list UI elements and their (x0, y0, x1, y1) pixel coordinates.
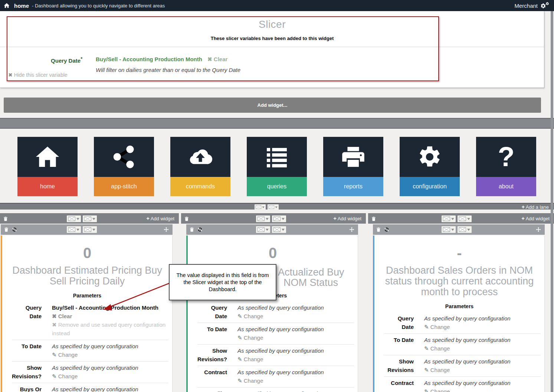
widget-header (1, 224, 173, 235)
param-label: To Date (197, 325, 227, 342)
pencil-icon: ✎ (424, 324, 429, 330)
param-value: As specified by query configuration (424, 379, 541, 387)
x-icon: ✖ (52, 313, 57, 319)
tile-label: queries (247, 177, 307, 196)
lane-select[interactable] (256, 215, 270, 222)
refresh-icon[interactable] (384, 227, 389, 232)
tile-commands[interactable]: commands (170, 137, 230, 196)
tile-label: app-stitch (94, 177, 154, 196)
question-icon: ? (498, 143, 514, 171)
pencil-icon: ✎ (52, 352, 57, 358)
plus-icon: + (522, 204, 525, 210)
param-change-link[interactable]: ✎ Change (424, 366, 541, 374)
add-widget-button[interactable]: Add widget... (4, 98, 541, 113)
param-change-link[interactable]: ✎ Change (237, 333, 354, 342)
tile-reports[interactable]: reports (323, 137, 383, 196)
param-value: As specified by query configuration (237, 389, 354, 392)
widget-select[interactable] (272, 226, 286, 233)
widget-select[interactable] (67, 226, 81, 233)
lane-select[interactable] (442, 215, 456, 222)
pencil-icon: ✎ (424, 367, 429, 373)
lane-select[interactable] (272, 215, 286, 222)
tile-configuration[interactable]: configuration (400, 137, 460, 196)
lane-select[interactable] (458, 215, 472, 222)
lane-select[interactable] (255, 204, 266, 210)
lane-select[interactable] (83, 215, 97, 222)
add-widget-link[interactable]: +Add widget (146, 215, 174, 221)
pencil-icon: ✎ (237, 378, 242, 384)
param-row: Contract As specified by query configura… (197, 366, 354, 387)
trash-icon[interactable] (376, 227, 381, 232)
param-change-link[interactable]: ✎ Change (237, 355, 354, 363)
param-value: As specified by query configuration (237, 303, 354, 312)
add-lane-link[interactable]: +Add a lane (522, 204, 549, 210)
param-label: Query Date (197, 303, 227, 320)
tile-app-stitch[interactable]: app-stitch (94, 137, 154, 196)
collapsed-lane-band[interactable] (0, 118, 554, 129)
page-title: home (14, 3, 29, 9)
home-icon[interactable] (4, 3, 10, 9)
widget-select[interactable] (442, 226, 456, 233)
widget-select[interactable] (458, 226, 472, 233)
x-icon: ✖ (52, 322, 57, 328)
slicer-clear-link[interactable]: ✖ Clear (207, 56, 227, 62)
param-value: As specified by query configuration (424, 314, 541, 323)
refresh-icon[interactable] (197, 227, 203, 232)
param-value: As specified by query configuration (424, 357, 541, 366)
plus-icon: + (333, 215, 336, 221)
trash-icon[interactable] (371, 216, 376, 221)
lane-select[interactable] (67, 215, 81, 222)
widget-value: - (374, 244, 544, 261)
param-remove-link[interactable]: ✖ Remove and use saved query configurati… (52, 320, 168, 337)
widget-title-fragment: NOM Status (283, 277, 338, 288)
pencil-icon: ✎ (424, 388, 429, 392)
param-label: Contract (197, 368, 227, 385)
move-icon[interactable] (349, 227, 354, 232)
tile-label: configuration (400, 177, 460, 196)
param-row: Buys Or Sells As specified by query conf… (12, 383, 168, 392)
param-change-link[interactable]: ✎ Change (237, 312, 354, 320)
tile-queries[interactable]: queries (247, 137, 307, 196)
move-icon[interactable] (536, 227, 541, 232)
param-value: As specified by query configuration (237, 325, 354, 333)
merchant-menu[interactable]: Merchant (514, 3, 538, 9)
top-bar: home - Dashboard allowing you to quickly… (0, 0, 554, 11)
param-value: As specified by query configuration (52, 385, 168, 392)
plus-icon: + (521, 215, 524, 221)
widget-title-fragment: Actualized Buy (278, 267, 344, 278)
param-change-link[interactable]: ✎ Change (424, 387, 541, 392)
trash-icon[interactable] (3, 216, 8, 221)
add-widget-link[interactable]: +Add widget (333, 215, 361, 221)
refresh-icon[interactable] (12, 227, 17, 232)
param-row: Show Revisions As specified by query con… (384, 355, 541, 376)
hide-slicer-variable-link[interactable]: ✖ Hide this slicer variable (8, 72, 68, 78)
lane-toolbar: +Add widget (0, 213, 179, 224)
param-change-link[interactable]: ✎ Change (237, 376, 354, 385)
widget-select[interactable] (256, 226, 270, 233)
trash-icon[interactable] (189, 227, 194, 232)
param-change-link[interactable]: ✎ Change (52, 350, 168, 359)
slicer-help-text: Will filter on dailies greater than or e… (96, 67, 240, 73)
param-row: Query Date As specified by query configu… (384, 312, 541, 333)
tile-home[interactable]: home (17, 137, 78, 196)
cogs-icon[interactable] (540, 1, 550, 10)
trash-icon[interactable] (4, 227, 9, 232)
vertical-scrollbar[interactable] (551, 11, 553, 392)
add-widget-link[interactable]: +Add widget (521, 215, 550, 221)
param-row: Show Revisions? As specified by query co… (12, 361, 168, 383)
widget-select[interactable] (83, 226, 97, 233)
param-row: Show Revisions? As specified by query co… (197, 344, 354, 366)
list-icon (264, 144, 289, 169)
print-icon (341, 144, 366, 169)
widget-value: 0 (188, 244, 358, 261)
tile-about[interactable]: ? about (476, 137, 536, 196)
param-change-link[interactable]: ✎ Change (424, 323, 541, 331)
param-change-link[interactable]: ✎ Change (52, 372, 168, 381)
lane-select[interactable] (268, 204, 279, 210)
trash-icon[interactable] (184, 216, 189, 221)
parameters-table: Query Date As specified by query configu… (384, 312, 541, 392)
param-change-link[interactable]: ✎ Change (424, 344, 541, 353)
slicer-variable-value: Buy/Sell - Accounting Production Month (96, 56, 202, 62)
annotation-arrow (96, 276, 174, 315)
move-icon[interactable] (164, 227, 169, 232)
